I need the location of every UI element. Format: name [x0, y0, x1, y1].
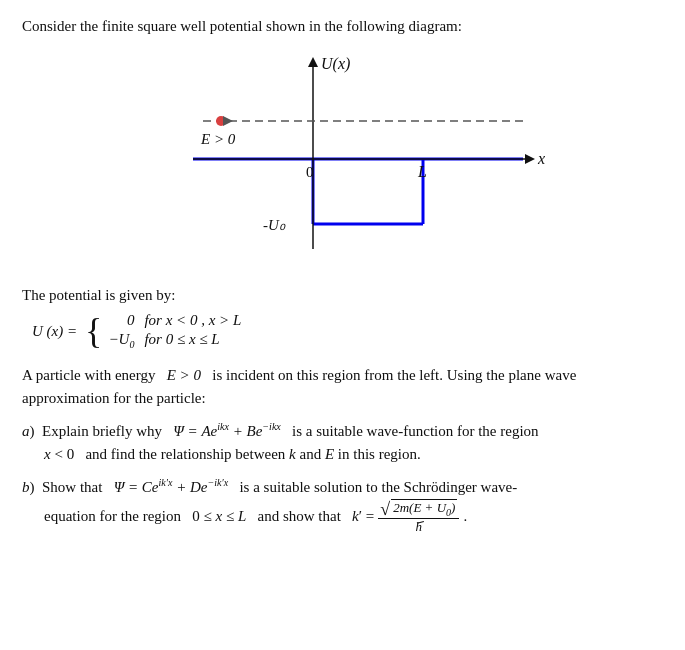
case2-cond: for 0 ≤ x ≤ L	[144, 331, 219, 350]
kprime-denom: h	[414, 519, 425, 535]
intro-text: Consider the finite square well potentia…	[22, 18, 663, 35]
part-a-label: a) Explain briefly why Ψ = Aeikx + Be−ik…	[22, 423, 539, 439]
piecewise-cases: 0 for x < 0 , x > L −U0 for 0 ≤ x ≤ L	[106, 312, 241, 350]
case-1: 0 for x < 0 , x > L	[106, 312, 241, 329]
part-b-wavefunction: Ψ = Ceik′x + De−ik′x	[114, 479, 232, 495]
diagram-svg: U(x) x 0 L -U₀ E > 0	[133, 49, 553, 269]
svg-marker-5	[308, 57, 318, 67]
part-b: b) Show that Ψ = Ceik′x + De−ik′x is a s…	[22, 475, 663, 535]
svg-text:0: 0	[306, 164, 314, 180]
svg-text:-U₀: -U₀	[263, 217, 286, 233]
case-2: −U0 for 0 ≤ x ≤ L	[106, 331, 241, 350]
case1-val: 0	[106, 312, 134, 329]
part-b-region: equation for the region 0 ≤ x ≤ L and sh…	[44, 505, 374, 528]
sqrt-content: 2m(E + U0)	[391, 499, 457, 519]
piecewise-equation: U (x) = { 0 for x < 0 , x > L −U0 for 0 …	[32, 312, 663, 350]
svg-text:x: x	[537, 150, 545, 167]
energy-expr: E > 0	[167, 367, 201, 383]
piecewise-lhs: U (x) =	[32, 323, 77, 340]
svg-text:L: L	[417, 163, 427, 180]
kprime-numer: √ 2m(E + U0)	[378, 499, 459, 520]
sqrt-expression: √ 2m(E + U0)	[380, 499, 457, 519]
svg-text:E > 0: E > 0	[200, 131, 236, 147]
diagram-area: U(x) x 0 L -U₀ E > 0	[22, 49, 663, 269]
part-b-label: b) Show that Ψ = Ceik′x + De−ik′x is a s…	[22, 479, 517, 495]
sqrt-symbol: √	[380, 500, 390, 518]
hbar-symbol: h	[416, 519, 423, 535]
piecewise-brace: {	[85, 316, 102, 347]
svg-text:U(x): U(x)	[321, 55, 350, 73]
svg-marker-15	[223, 116, 233, 126]
period: .	[463, 505, 467, 528]
case1-cond: for x < 0 , x > L	[144, 312, 241, 329]
part-a: a) Explain briefly why Ψ = Aeikx + Be−ik…	[22, 419, 663, 467]
particle-description: A particle with energy E > 0 is incident…	[22, 364, 663, 409]
kprime-fraction: √ 2m(E + U0) h	[378, 499, 459, 535]
part-a-line2: x < 0 and find the relationship between …	[44, 443, 663, 466]
case2-val: −U0	[106, 331, 134, 350]
part-b-line2: equation for the region 0 ≤ x ≤ L and sh…	[44, 499, 663, 535]
svg-marker-7	[525, 154, 535, 164]
part-a-wavefunction: Ψ = Aeikx + Be−ikx	[173, 423, 284, 439]
potential-label: The potential is given by:	[22, 287, 663, 304]
